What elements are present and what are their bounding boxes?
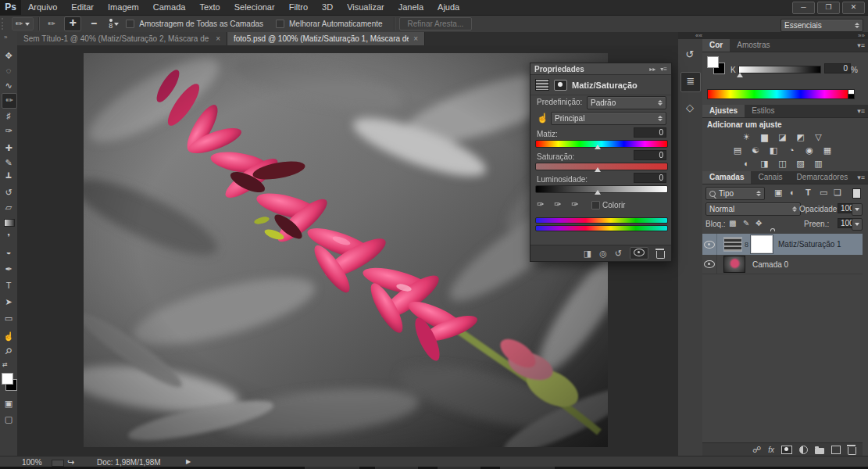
new-layer-icon[interactable] [831, 446, 841, 454]
blend-mode-dropdown[interactable]: Normal [705, 202, 801, 216]
adjustment-layer-thumbnail[interactable] [723, 237, 742, 252]
rectangle-tool[interactable]: ▭ [2, 311, 16, 325]
dodge-tool[interactable]: ◒ [2, 245, 16, 259]
lock-image-pixels-icon[interactable]: ✎ [743, 219, 749, 227]
brush-size-picker[interactable]: 8 [106, 19, 121, 29]
new-adjustment-layer-icon[interactable] [799, 446, 808, 454]
preset-dropdown[interactable]: Padrão [587, 96, 666, 109]
lock-transparent-pixels-icon[interactable]: ▩ [729, 219, 736, 227]
eyedropper-plus-icon[interactable]: ✑ [554, 199, 561, 209]
tab-amostras[interactable]: Amostras [730, 39, 777, 52]
add-to-selection-mode-button[interactable]: ✚ [64, 16, 81, 31]
panel-menu-icon[interactable]: ▾≡ [857, 171, 868, 184]
posterize-icon[interactable]: ◨ [757, 158, 773, 169]
history-brush-tool[interactable]: ↺ [2, 185, 16, 199]
screen-mode-button[interactable]: ▢ [2, 412, 16, 426]
menu-imagem[interactable]: Imagem [101, 0, 146, 15]
toggle-visibility-button[interactable] [630, 247, 648, 260]
tab-cor[interactable]: Cor [702, 39, 730, 52]
filter-type-layers-icon[interactable]: T [805, 188, 811, 197]
eyedropper-tool[interactable]: ✑ [2, 124, 16, 138]
dock-collapse-bar[interactable]: «« »» [678, 32, 868, 39]
hue-slider[interactable] [535, 140, 668, 148]
menu-texto[interactable]: Texto [192, 0, 227, 15]
mask-link-icon[interactable]: 8 [745, 241, 748, 249]
layer-visibility-icon[interactable] [704, 241, 715, 249]
filter-toggle-switch[interactable] [852, 188, 861, 199]
saturation-value-field[interactable]: 0 [634, 150, 666, 160]
fill-dropdown-button[interactable] [852, 218, 863, 231]
lock-position-icon[interactable]: ✥ [755, 219, 762, 227]
invert-icon[interactable]: ◐ [739, 158, 755, 169]
add-layer-mask-icon[interactable] [781, 446, 792, 454]
k-slider[interactable] [738, 66, 821, 73]
close-icon[interactable]: × [216, 34, 220, 43]
layer-row-camada-0[interactable]: Camada 0 [702, 255, 863, 274]
clone-stamp-tool[interactable]: ┻ [2, 170, 16, 184]
saturation-slider[interactable] [535, 163, 668, 170]
move-tool[interactable]: ✥ [2, 48, 16, 63]
color-ramp[interactable] [707, 89, 849, 99]
gradient-map-icon[interactable]: ▨ [793, 158, 809, 169]
panel-menu-icon[interactable]: ▾≡ [660, 66, 667, 73]
filter-pixel-layers-icon[interactable]: ▣ [774, 188, 782, 198]
document-tab-2[interactable]: foto5.psd @ 100% (Matiz/Saturação 1, Más… [227, 32, 425, 45]
ramp-black-swatch[interactable] [848, 94, 855, 99]
layer-name[interactable]: Camada 0 [752, 260, 788, 269]
layer-thumbnail[interactable] [723, 256, 745, 273]
blur-tool[interactable]: ❜ [2, 230, 16, 244]
clip-to-layer-icon[interactable]: ◨ [584, 248, 591, 259]
menu-visualizar[interactable]: Visualizar [340, 0, 391, 15]
collapse-right-icon[interactable]: »» [858, 32, 865, 39]
layer-mask-icon[interactable] [554, 80, 567, 91]
menu-arquivo[interactable]: Arquivo [21, 0, 64, 15]
lightness-slider-thumb[interactable] [595, 190, 601, 195]
layer-style-icon[interactable]: fx [768, 446, 774, 454]
close-icon[interactable]: × [413, 34, 418, 43]
panel-menu-icon[interactable]: ▾≡ [857, 105, 868, 117]
tab-estilos[interactable]: Estilos [745, 105, 781, 117]
toolbar-collapse-icon[interactable]: » [4, 34, 6, 41]
tab-camadas[interactable]: Camadas [702, 171, 751, 184]
eraser-tool[interactable]: ▱ [2, 200, 16, 214]
reset-adjustment-icon[interactable]: ↺ [615, 248, 622, 259]
new-selection-mode-button[interactable]: ✏ [44, 17, 59, 30]
lightness-value-field[interactable]: 0 [634, 173, 666, 183]
subtract-from-selection-mode-button[interactable]: ━ [86, 17, 102, 30]
foreground-color-swatch[interactable] [2, 373, 13, 385]
restore-button[interactable]: ❐ [817, 2, 840, 14]
curves-icon[interactable]: ◪ [775, 131, 791, 142]
path-selection-tool[interactable]: ➤ [2, 295, 16, 309]
delete-adjustment-icon[interactable] [656, 251, 665, 259]
layer-mask-thumbnail[interactable] [751, 235, 773, 253]
quick-selection-tool[interactable]: ✏ [2, 93, 17, 109]
hue-value-field[interactable]: 0 [634, 127, 666, 138]
menu-editar[interactable]: Editar [64, 0, 101, 15]
menu-selecionar[interactable]: Selecionar [227, 0, 282, 15]
status-options-arrow-icon[interactable]: ▶ [186, 458, 191, 465]
delete-layer-icon[interactable] [848, 447, 856, 455]
menu-3d[interactable]: 3D [315, 0, 340, 15]
spot-healing-brush-tool[interactable]: ✚ [2, 141, 16, 155]
k-value-field[interactable]: 0 [824, 63, 851, 73]
3d-panel-icon[interactable]: ◇ [680, 98, 699, 117]
menu-ajuda[interactable]: Ajuda [430, 0, 466, 15]
exposure-icon[interactable]: ◩ [793, 131, 809, 142]
gradient-tool[interactable] [4, 219, 15, 227]
tab-ajustes[interactable]: Ajustes [702, 105, 745, 117]
close-button[interactable]: ✕ [842, 2, 865, 14]
document-tab-1[interactable]: Sem Título-1 @ 40% (Matiz/Saturação 2, M… [17, 32, 227, 45]
foreground-color-swatch[interactable] [707, 56, 719, 68]
saturation-slider-thumb[interactable] [595, 167, 601, 172]
color-lookup-icon[interactable]: ▦ [820, 145, 835, 156]
properties-panel-header[interactable]: Propriedades ▸▸ ▾≡ [530, 63, 671, 75]
lightness-slider[interactable] [535, 185, 668, 193]
zoom-level-field[interactable]: 100% [22, 458, 42, 467]
photo-filter-icon[interactable]: ◔ [784, 145, 799, 156]
opacity-dropdown-button[interactable] [852, 203, 863, 216]
brightness-contrast-icon[interactable]: ☀ [739, 131, 755, 142]
eyedropper-minus-icon[interactable]: ✑ [571, 199, 578, 209]
layer-filter-dropdown[interactable]: Tipo [705, 187, 765, 200]
filter-shape-layers-icon[interactable]: ▭ [820, 188, 827, 198]
auto-enhance-checkbox[interactable] [276, 20, 284, 28]
